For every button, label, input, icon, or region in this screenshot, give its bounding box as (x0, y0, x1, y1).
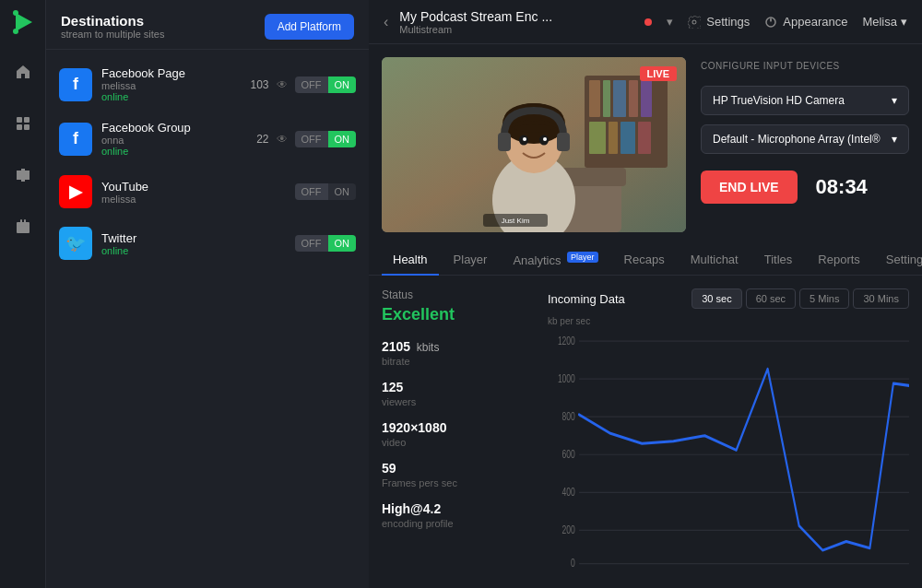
svg-rect-25 (609, 122, 618, 154)
toggle-on[interactable]: ON (328, 131, 357, 147)
device-config-label: CONFIGURE INPUT DEVICES (701, 61, 909, 71)
svg-point-36 (523, 137, 526, 141)
back-button[interactable]: ‹ (384, 14, 388, 30)
tab-titles[interactable]: Titles (753, 245, 804, 275)
chart-y-label: kb per sec (548, 316, 909, 326)
add-platform-button[interactable]: Add Platform (265, 14, 354, 40)
time-5mins-button[interactable]: 5 Mins (799, 288, 849, 309)
facebook-icon: f (59, 68, 92, 101)
destination-status: online (101, 146, 247, 157)
toggle-off[interactable]: OFF (295, 76, 328, 93)
tab-recaps[interactable]: Recaps (613, 245, 676, 275)
toggle-on-inactive[interactable]: ON (328, 183, 357, 200)
toggle-group[interactable]: OFF ON (295, 76, 357, 93)
device-config: CONFIGURE INPUT DEVICES HP TrueVision HD… (701, 57, 909, 232)
chart-wrapper: 1200 1000 800 600 400 200 0 (548, 330, 909, 575)
chevron-down-icon[interactable]: ▾ (667, 15, 673, 29)
svg-rect-9 (27, 171, 30, 180)
twitter-icon: 🐦 (59, 227, 92, 260)
eye-icon: 👁 (277, 78, 288, 91)
svg-text:1000: 1000 (558, 373, 575, 385)
svg-rect-6 (24, 124, 30, 130)
toggle-off[interactable]: OFF (295, 235, 328, 252)
resolution-value: 1920×1080 (382, 420, 446, 435)
time-30mins-button[interactable]: 30 Mins (853, 288, 909, 309)
film-icon[interactable] (8, 160, 38, 190)
svg-text:1200: 1200 (558, 335, 575, 347)
list-item[interactable]: f Facebook Group onna online 22 👁 OFF ON (46, 112, 369, 166)
list-item[interactable]: f Facebook Page melissa online 103 👁 OFF… (46, 57, 369, 112)
time-60sec-button[interactable]: 60 sec (746, 288, 796, 309)
svg-rect-39 (557, 133, 570, 151)
time-30sec-button[interactable]: 30 sec (692, 288, 741, 309)
destination-status: online (101, 91, 241, 102)
svg-rect-11 (21, 179, 25, 182)
appearance-button[interactable]: Appearance (764, 15, 847, 29)
toggle-on[interactable]: ON (328, 76, 357, 93)
destination-user: melissa (101, 80, 241, 91)
list-item[interactable]: ▶ YouTube melissa OFF ON (46, 166, 369, 218)
chart-svg: 1200 1000 800 600 400 200 0 (548, 330, 909, 575)
svg-rect-4 (24, 117, 30, 123)
destinations-panel: Destinations stream to multiple sites Ad… (46, 0, 369, 588)
toggle-group[interactable]: OFF ON (295, 183, 357, 200)
toggle-off[interactable]: OFF (295, 131, 328, 147)
calendar-icon[interactable] (8, 212, 38, 241)
destination-name: YouTube (101, 180, 286, 194)
content-area: LIVE (369, 44, 922, 588)
toggle-group[interactable]: OFF ON (295, 131, 357, 147)
svg-rect-20 (603, 80, 610, 117)
svg-text:20:22:26: 20:22:26 (715, 574, 742, 575)
settings-label: Settings (706, 15, 750, 29)
svg-rect-12 (17, 222, 30, 233)
tab-player-label: Player (454, 253, 488, 266)
status-indicator (644, 18, 652, 26)
tab-reports[interactable]: Reports (807, 245, 871, 275)
svg-rect-13 (20, 219, 22, 224)
settings-button[interactable]: Settings (688, 15, 750, 29)
svg-text:800: 800 (562, 411, 575, 423)
viewers-count: 22 (256, 133, 268, 146)
video-thumbnail: Just Kim (382, 57, 686, 232)
list-item[interactable]: 🐦 Twitter online OFF ON (46, 218, 369, 269)
toggle-off[interactable]: OFF (295, 183, 328, 200)
fps-label: Frames pers sec (382, 477, 529, 488)
end-live-button[interactable]: END LIVE (701, 171, 798, 204)
resolution-label: video (382, 437, 529, 448)
tab-multichat[interactable]: Multichat (680, 245, 750, 275)
stream-subtitle: Multistream (399, 24, 633, 35)
viewers-count: 103 (250, 78, 268, 91)
youtube-icon: ▶ (59, 175, 92, 208)
svg-point-37 (543, 137, 547, 141)
svg-rect-5 (17, 124, 22, 130)
main-content: ‹ My Podcast Stream Enc ... Multistream … (369, 0, 922, 588)
home-icon[interactable] (8, 57, 38, 87)
svg-text:Just Kim: Just Kim (502, 217, 530, 225)
camera-select[interactable]: HP TrueVision HD Camera ▾ (701, 86, 909, 115)
tabs-bar: Health Player Analytics Player Recaps Mu… (369, 245, 922, 276)
stat-fps: 59 Frames pers sec (382, 461, 529, 488)
sidebar-icons-panel (0, 0, 46, 588)
video-preview: LIVE (382, 57, 686, 232)
tab-health[interactable]: Health (382, 245, 439, 275)
grid-icon[interactable] (8, 109, 38, 138)
svg-rect-3 (17, 117, 22, 123)
analytics-badge: Player (567, 252, 598, 263)
bitrate-unit: kbits (417, 341, 440, 354)
eye-icon: 👁 (277, 133, 288, 146)
svg-rect-24 (589, 122, 606, 154)
toggle-on[interactable]: ON (328, 235, 357, 252)
destination-name: Twitter (101, 231, 286, 245)
user-menu-button[interactable]: Melisa ▾ (862, 15, 907, 29)
tab-analytics[interactable]: Analytics Player (502, 245, 609, 275)
chart-time-controls: 30 sec 60 sec 5 Mins 30 Mins (692, 288, 909, 309)
health-tab-content: Status Excellent 2105 kbits bitrate 125 (369, 276, 922, 588)
svg-rect-19 (589, 80, 600, 117)
tab-settings[interactable]: Settings (875, 245, 922, 275)
tab-player[interactable]: Player (443, 245, 499, 275)
destinations-subtitle: stream to multiple sites (61, 29, 164, 40)
user-label: Melisa (862, 15, 897, 29)
toggle-group[interactable]: OFF ON (295, 235, 357, 252)
microphone-select[interactable]: Default - Microphone Array (Intel® ▾ (701, 124, 909, 154)
viewers-label: viewers (382, 396, 529, 407)
